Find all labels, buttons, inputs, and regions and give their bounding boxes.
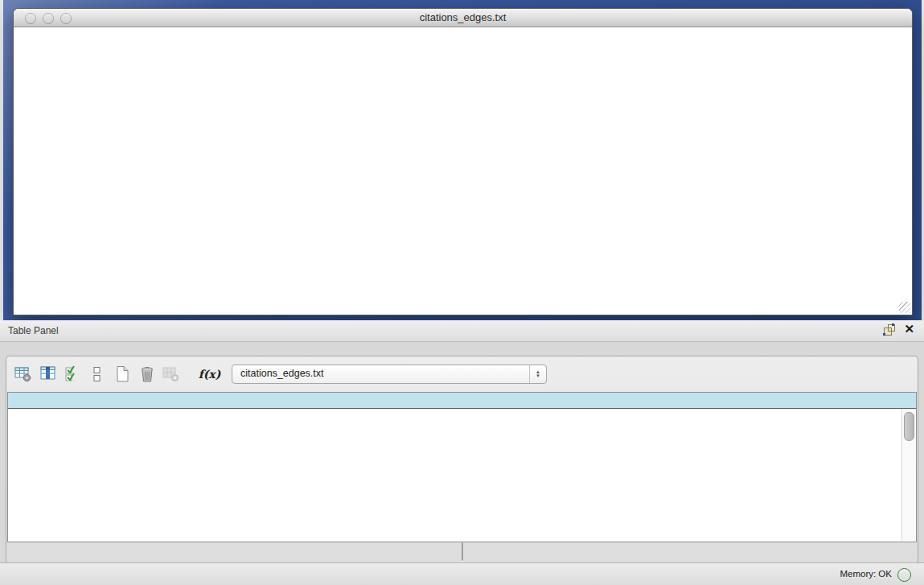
table-options-icon[interactable] [13, 364, 33, 384]
destroy-table-icon [161, 364, 181, 384]
attribute-table [7, 392, 917, 542]
table-panel-title: Table Panel [8, 325, 59, 336]
application-root: citations_edges.txt [0, 0, 924, 585]
network-view-area: citations_edges.txt [0, 0, 924, 320]
delete-table-icon[interactable] [137, 364, 157, 384]
status-bar: Memory: OK [0, 562, 924, 585]
row-selection-icon[interactable] [63, 364, 83, 384]
memory-status-indicator-icon[interactable] [897, 568, 911, 582]
window-titlebar[interactable]: citations_edges.txt [14, 9, 912, 27]
table-type-tabs [462, 542, 463, 561]
float-panel-icon[interactable] [884, 324, 894, 335]
network-table-select-value: citations_edges.txt [240, 368, 324, 379]
new-table-icon[interactable] [113, 364, 133, 384]
memory-status-label: Memory: OK [840, 569, 892, 579]
close-panel-icon[interactable]: ✕ [904, 323, 914, 335]
network-table-select[interactable]: citations_edges.txt ▲▼ [232, 365, 547, 384]
table-browser: f(x) citations_edges.txt ▲▼ [6, 356, 918, 564]
table-panel: Table Panel ✕ [0, 320, 924, 585]
vertical-scrollbar[interactable] [901, 409, 915, 541]
scrollbar-thumb[interactable] [904, 412, 914, 441]
window-title: citations_edges.txt [14, 11, 912, 23]
network-canvas[interactable] [14, 27, 910, 314]
window-resize-grip[interactable] [899, 302, 910, 313]
table-panel-header: Table Panel ✕ [0, 320, 924, 342]
table-header-row [8, 393, 916, 409]
network-window: citations_edges.txt [13, 8, 913, 315]
column-visibility-icon[interactable] [39, 364, 59, 384]
function-builder-icon[interactable]: f(x) [199, 364, 220, 384]
merge-tables-icon[interactable] [87, 364, 107, 384]
network-viewport [14, 27, 912, 315]
select-stepper-icon: ▲▼ [529, 365, 546, 383]
table-toolbar: f(x) citations_edges.txt ▲▼ [6, 356, 918, 390]
